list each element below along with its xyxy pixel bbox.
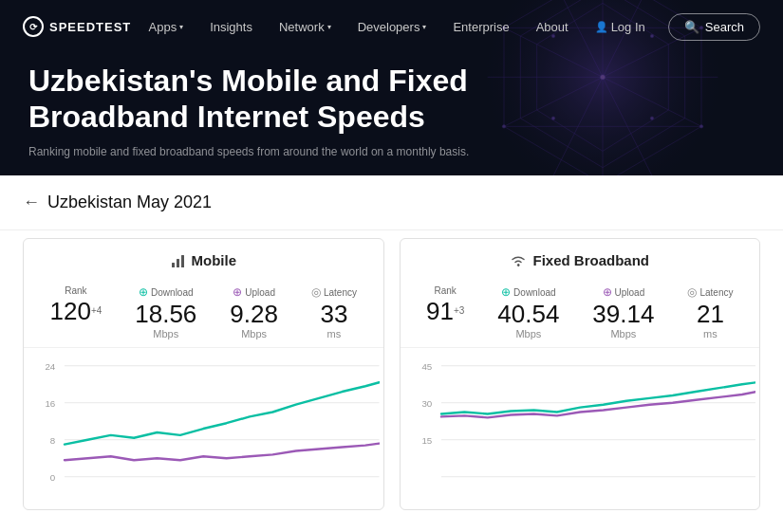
header: ⟳ SPEEDTEST Apps ▾ Insights Network ▾ De… [0, 0, 783, 175]
svg-text:30: 30 [421, 397, 432, 408]
back-button[interactable]: ← [23, 193, 40, 212]
mobile-upload: ⊕ Upload 9.28 Mbps [222, 282, 286, 343]
nav-bar: ⟳ SPEEDTEST Apps ▾ Insights Network ▾ De… [0, 0, 783, 53]
page-title: Uzbekistan's Mobile and Fixed Broadband … [28, 63, 484, 136]
svg-text:45: 45 [421, 360, 432, 371]
chevron-down-icon: ▾ [179, 23, 183, 31]
breadcrumb-text: Uzbekistan May 2021 [47, 193, 212, 212]
fixed-card-stats: Rank 91+3 ⊕ Download 40.54 Mbps ⊕ Upload [401, 276, 760, 348]
mobile-card-header: Mobile [24, 239, 383, 276]
logo-icon: ⟳ [23, 16, 44, 37]
wifi-icon [510, 254, 527, 267]
mobile-latency: ◎ Latency 33 ms [304, 282, 364, 343]
header-content: Uzbekistan's Mobile and Fixed Broadband … [0, 53, 783, 158]
header-subtitle: Ranking mobile and fixed broadband speed… [28, 145, 755, 158]
search-button[interactable]: 🔍 Search [668, 13, 760, 41]
mobile-chart: 24 16 8 0 [24, 348, 383, 509]
breadcrumb: ← Uzbekistan May 2021 [0, 175, 783, 230]
fixed-card: Fixed Broadband Rank 91+3 ⊕ Download 40.… [400, 238, 761, 510]
svg-rect-24 [177, 259, 179, 267]
fixed-download: ⊕ Download 40.54 Mbps [490, 282, 567, 343]
nav-login[interactable]: 👤 Log In [584, 12, 657, 42]
fixed-chart: 45 30 15 [401, 348, 760, 509]
fixed-upload: ⊕ Upload 39.14 Mbps [585, 282, 662, 343]
mobile-download: ⊕ Download 18.56 Mbps [127, 282, 204, 343]
logo-text: SPEEDTEST [49, 20, 131, 34]
cards-row: Mobile Rank 120+4 ⊕ Download 18.56 Mbps [0, 230, 783, 532]
fixed-rank: Rank 91+3 [419, 282, 472, 343]
chevron-down-icon: ▾ [422, 23, 426, 31]
nav-insights[interactable]: Insights [198, 12, 264, 42]
svg-point-34 [517, 264, 519, 266]
mobile-card: Mobile Rank 120+4 ⊕ Download 18.56 Mbps [23, 238, 384, 510]
search-icon: 🔍 [684, 20, 699, 34]
svg-text:24: 24 [45, 360, 55, 371]
mobile-chart-svg: 24 16 8 0 [28, 356, 380, 505]
fixed-chart-svg: 45 30 15 [404, 356, 756, 505]
nav-network[interactable]: Network ▾ [268, 12, 343, 42]
chevron-down-icon: ▾ [327, 23, 331, 31]
nav-apps[interactable]: Apps ▾ [138, 12, 196, 42]
svg-text:16: 16 [45, 397, 55, 408]
mobile-card-stats: Rank 120+4 ⊕ Download 18.56 Mbps ⊕ Uploa… [24, 276, 383, 348]
nav-developers[interactable]: Developers ▾ [346, 12, 438, 42]
svg-rect-23 [172, 263, 175, 267]
logo[interactable]: ⟳ SPEEDTEST [23, 16, 131, 37]
fixed-card-header: Fixed Broadband [401, 239, 760, 276]
nav-about[interactable]: About [525, 12, 580, 42]
svg-text:8: 8 [50, 434, 55, 445]
svg-text:0: 0 [50, 471, 56, 482]
mobile-bar-icon [171, 253, 186, 268]
mobile-rank: Rank 120+4 [42, 282, 109, 343]
fixed-latency: ◎ Latency 21 ms [680, 282, 740, 343]
svg-rect-25 [181, 255, 184, 267]
svg-text:15: 15 [421, 434, 432, 445]
nav-links: Apps ▾ Insights Network ▾ Developers ▾ E… [138, 12, 761, 42]
nav-enterprise[interactable]: Enterprise [441, 12, 520, 42]
